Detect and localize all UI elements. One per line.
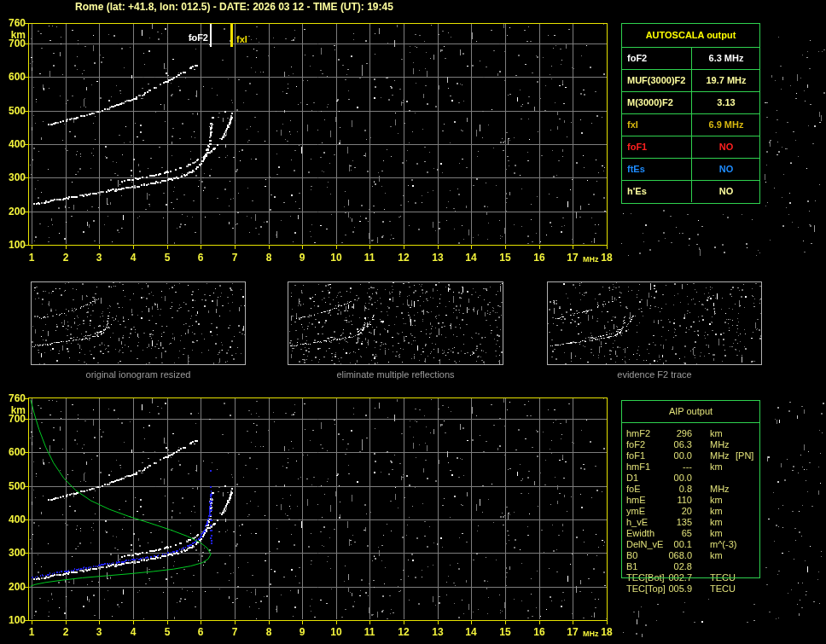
autoscala-row-value: 6.3 MHz (693, 48, 759, 69)
x-tick-label: 8 (259, 626, 278, 638)
x-tick-label: 16 (530, 252, 549, 264)
y-tick-label: 600 (0, 71, 26, 83)
y-tick-label: 500 (0, 480, 26, 492)
aip-row-DelN_vE: DelN_vE00.1m^(-3) (622, 539, 759, 550)
panel-evidence-f2 (547, 281, 762, 365)
x-tick-label: 12 (394, 626, 413, 638)
aip-row-ymE: ymE20km (622, 506, 759, 517)
panel-1-canvas (32, 282, 245, 364)
x-tick-label: 18 (597, 252, 616, 264)
panel-original-ionogram (31, 281, 246, 365)
aip-cell: TECU (710, 583, 736, 594)
x-tick-label: 7 (225, 626, 244, 638)
aip-cell: D1 (626, 473, 638, 483)
x-tick-label: 14 (462, 626, 480, 638)
aip-cell: hmE (626, 495, 646, 505)
y-tick-label: 500 (0, 105, 26, 117)
x-tick-label: 10 (327, 626, 346, 638)
x-tick-label: 13 (428, 252, 447, 264)
aip-output-table: AIP output hmF2296kmfoF206.3MHzfoF100.0M… (621, 400, 760, 578)
aip-row-hmE: hmE110km (622, 495, 759, 506)
autoscala-row-value: NO (693, 136, 759, 158)
x-axis-unit-label: MHz (583, 255, 599, 264)
aip-cell: 110 (644, 495, 692, 505)
aip-cell: km (710, 517, 723, 527)
x-tick-label: 4 (124, 626, 143, 638)
aip-row-hmF2: hmF2296km (622, 428, 759, 439)
aip-row-foF2: foF206.3MHz (622, 439, 759, 450)
autoscala-row-label: foF1 (622, 136, 692, 158)
panel-3-canvas (548, 282, 761, 364)
x-tick-label: 6 (191, 252, 210, 264)
x-tick-label: 11 (360, 626, 379, 638)
x-tick-label: 5 (158, 626, 177, 638)
aip-cell: 06.3 (644, 439, 692, 450)
autoscala-table-header: AUTOSCALA output (622, 24, 759, 48)
aip-table-header: AIP output (622, 401, 759, 423)
ionogram-canvas-bottom (24, 397, 608, 629)
x-tick-label: 12 (394, 252, 413, 264)
x-tick-label: 6 (191, 626, 210, 638)
y-tick-label: 700 (0, 38, 26, 49)
aip-cell: km (710, 550, 723, 560)
aip-row-Ewidth: Ewidth65km (622, 528, 759, 539)
y-tick-label: 400 (0, 513, 26, 525)
aip-cell: MHz (710, 439, 730, 450)
x-tick-label: 10 (327, 252, 346, 264)
autoscala-row-M(3000)F2: M(3000)F23.13 (622, 92, 759, 114)
aip-row-h_vE: h_vE135km (622, 517, 759, 528)
x-tick-label: 7 (225, 252, 244, 264)
autoscala-row-foF2: foF26.3 MHz (622, 48, 759, 70)
autoscala-row-value: 19.7 MHz (693, 70, 759, 91)
aip-row-B0: B0068.0km (622, 550, 759, 561)
autoscala-output-table: AUTOSCALA output foF26.3 MHzMUF(3000)F21… (621, 23, 760, 204)
x-tick-label: 3 (90, 626, 108, 638)
aip-cell: 00.0 (644, 450, 692, 461)
aip-cell: MHz (710, 484, 730, 494)
autoscala-row-label: ftEs (622, 159, 692, 180)
aip-cell: m^(-3) (710, 539, 736, 549)
foF2-marker-label: foF2 (174, 32, 208, 43)
panel-eliminate-reflections (288, 281, 503, 365)
aip-cell: foE (626, 484, 641, 494)
x-tick-label: 5 (158, 252, 177, 264)
x-tick-label: 14 (462, 252, 480, 264)
aip-row-B1: B102.8 (622, 561, 759, 572)
aip-cell: km (710, 528, 723, 538)
x-tick-label: 2 (56, 626, 75, 638)
fxI-marker-line (230, 24, 233, 47)
x-tick-label: 8 (259, 252, 278, 264)
aip-row-hmF1: hmF1---km (622, 461, 759, 473)
y-tick-label: 700 (0, 413, 26, 425)
aip-cell: km (710, 506, 723, 516)
x-tick-label: 2 (56, 252, 75, 264)
autoscala-row-MUF(3000)F2: MUF(3000)F219.7 MHz (622, 70, 759, 92)
y-tick-label: 300 (0, 171, 26, 183)
x-tick-label: 3 (90, 252, 108, 264)
aip-cell: km (710, 428, 723, 438)
x-tick-label: 9 (293, 626, 311, 638)
aip-cell: 296 (644, 428, 692, 438)
x-tick-label: 9 (293, 252, 311, 264)
panel-1-caption: original ionogram resized (31, 369, 246, 380)
autoscala-row-value: NO (693, 181, 759, 202)
x-tick-label: 16 (530, 626, 549, 638)
panel-3-caption: evidence F2 trace (547, 369, 762, 380)
autoscala-row-label: M(3000)F2 (622, 92, 692, 113)
aip-row-D1: D100.0 (622, 473, 759, 484)
panel-2-caption: eliminate multiple reflections (288, 369, 503, 380)
foF2-marker-line (210, 24, 212, 47)
x-tick-label: 1 (22, 252, 41, 264)
y-tick-label: 300 (0, 547, 26, 559)
aip-cell: 00.1 (644, 539, 692, 549)
aip-cell: 65 (644, 528, 692, 538)
aip-cell: 135 (644, 517, 692, 527)
autoscala-row-fxI: fxI6.9 MHz (622, 114, 759, 136)
autoscala-row-label: fxI (622, 114, 692, 136)
autoscala-row-h'Es: h'EsNO (622, 181, 759, 202)
aip-cell: km (710, 461, 723, 472)
panel-2-canvas (288, 282, 503, 364)
autoscala-row-label: MUF(3000)F2 (622, 70, 692, 91)
aip-cell: 005.9 (644, 583, 692, 594)
y-tick-label: 200 (0, 206, 26, 218)
